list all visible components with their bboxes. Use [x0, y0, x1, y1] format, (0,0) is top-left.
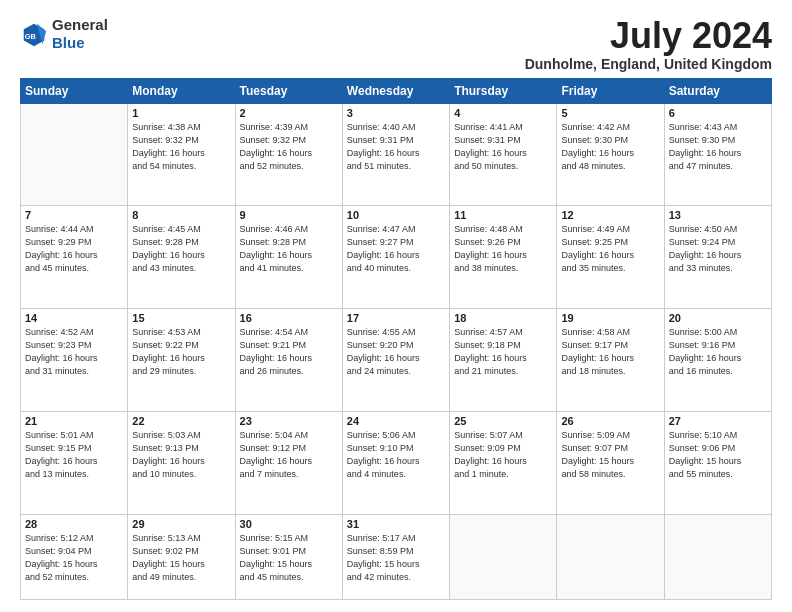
day-info: Sunrise: 5:03 AM Sunset: 9:13 PM Dayligh…: [132, 429, 230, 481]
day-info: Sunrise: 4:55 AM Sunset: 9:20 PM Dayligh…: [347, 326, 445, 378]
day-info: Sunrise: 4:43 AM Sunset: 9:30 PM Dayligh…: [669, 121, 767, 173]
day-info: Sunrise: 4:47 AM Sunset: 9:27 PM Dayligh…: [347, 223, 445, 275]
day-number: 2: [240, 107, 338, 119]
day-info: Sunrise: 5:09 AM Sunset: 9:07 PM Dayligh…: [561, 429, 659, 481]
table-row: 28Sunrise: 5:12 AM Sunset: 9:04 PM Dayli…: [21, 514, 128, 599]
table-row: 3Sunrise: 4:40 AM Sunset: 9:31 PM Daylig…: [342, 103, 449, 206]
day-number: 14: [25, 312, 123, 324]
page: GB General Blue July 2024 Dunholme, Engl…: [0, 0, 792, 612]
title-block: July 2024 Dunholme, England, United King…: [525, 16, 772, 72]
header: GB General Blue July 2024 Dunholme, Engl…: [20, 16, 772, 72]
day-number: 6: [669, 107, 767, 119]
day-number: 18: [454, 312, 552, 324]
month-title: July 2024: [525, 16, 772, 56]
day-info: Sunrise: 5:04 AM Sunset: 9:12 PM Dayligh…: [240, 429, 338, 481]
day-info: Sunrise: 4:48 AM Sunset: 9:26 PM Dayligh…: [454, 223, 552, 275]
table-row: 19Sunrise: 4:58 AM Sunset: 9:17 PM Dayli…: [557, 309, 664, 412]
day-info: Sunrise: 4:52 AM Sunset: 9:23 PM Dayligh…: [25, 326, 123, 378]
day-number: 8: [132, 209, 230, 221]
day-number: 27: [669, 415, 767, 427]
logo-icon: GB: [20, 20, 48, 48]
col-sunday: Sunday: [21, 78, 128, 103]
day-info: Sunrise: 4:45 AM Sunset: 9:28 PM Dayligh…: [132, 223, 230, 275]
col-thursday: Thursday: [450, 78, 557, 103]
day-number: 20: [669, 312, 767, 324]
day-number: 17: [347, 312, 445, 324]
table-row: 8Sunrise: 4:45 AM Sunset: 9:28 PM Daylig…: [128, 206, 235, 309]
day-info: Sunrise: 4:49 AM Sunset: 9:25 PM Dayligh…: [561, 223, 659, 275]
day-number: 3: [347, 107, 445, 119]
day-number: 12: [561, 209, 659, 221]
location: Dunholme, England, United Kingdom: [525, 56, 772, 72]
day-number: 21: [25, 415, 123, 427]
day-number: 4: [454, 107, 552, 119]
day-number: 24: [347, 415, 445, 427]
calendar-table: Sunday Monday Tuesday Wednesday Thursday…: [20, 78, 772, 600]
day-number: 30: [240, 518, 338, 530]
day-number: 11: [454, 209, 552, 221]
day-info: Sunrise: 5:17 AM Sunset: 8:59 PM Dayligh…: [347, 532, 445, 584]
day-info: Sunrise: 4:53 AM Sunset: 9:22 PM Dayligh…: [132, 326, 230, 378]
day-number: 25: [454, 415, 552, 427]
day-info: Sunrise: 4:41 AM Sunset: 9:31 PM Dayligh…: [454, 121, 552, 173]
table-row: [664, 514, 771, 599]
day-number: 9: [240, 209, 338, 221]
day-number: 16: [240, 312, 338, 324]
table-row: 12Sunrise: 4:49 AM Sunset: 9:25 PM Dayli…: [557, 206, 664, 309]
table-row: 7Sunrise: 4:44 AM Sunset: 9:29 PM Daylig…: [21, 206, 128, 309]
svg-text:GB: GB: [25, 32, 37, 41]
col-monday: Monday: [128, 78, 235, 103]
day-info: Sunrise: 4:50 AM Sunset: 9:24 PM Dayligh…: [669, 223, 767, 275]
col-tuesday: Tuesday: [235, 78, 342, 103]
day-info: Sunrise: 4:40 AM Sunset: 9:31 PM Dayligh…: [347, 121, 445, 173]
table-row: 6Sunrise: 4:43 AM Sunset: 9:30 PM Daylig…: [664, 103, 771, 206]
logo-text: General Blue: [52, 16, 108, 52]
day-info: Sunrise: 4:58 AM Sunset: 9:17 PM Dayligh…: [561, 326, 659, 378]
day-number: 5: [561, 107, 659, 119]
table-row: [450, 514, 557, 599]
day-number: 22: [132, 415, 230, 427]
table-row: 11Sunrise: 4:48 AM Sunset: 9:26 PM Dayli…: [450, 206, 557, 309]
day-info: Sunrise: 5:06 AM Sunset: 9:10 PM Dayligh…: [347, 429, 445, 481]
table-row: [557, 514, 664, 599]
day-info: Sunrise: 4:44 AM Sunset: 9:29 PM Dayligh…: [25, 223, 123, 275]
day-number: 19: [561, 312, 659, 324]
table-row: 14Sunrise: 4:52 AM Sunset: 9:23 PM Dayli…: [21, 309, 128, 412]
table-row: 9Sunrise: 4:46 AM Sunset: 9:28 PM Daylig…: [235, 206, 342, 309]
day-info: Sunrise: 4:46 AM Sunset: 9:28 PM Dayligh…: [240, 223, 338, 275]
day-number: 15: [132, 312, 230, 324]
day-number: 23: [240, 415, 338, 427]
day-number: 26: [561, 415, 659, 427]
day-info: Sunrise: 5:07 AM Sunset: 9:09 PM Dayligh…: [454, 429, 552, 481]
col-friday: Friday: [557, 78, 664, 103]
day-info: Sunrise: 4:57 AM Sunset: 9:18 PM Dayligh…: [454, 326, 552, 378]
table-row: 13Sunrise: 4:50 AM Sunset: 9:24 PM Dayli…: [664, 206, 771, 309]
table-row: 18Sunrise: 4:57 AM Sunset: 9:18 PM Dayli…: [450, 309, 557, 412]
table-row: 4Sunrise: 4:41 AM Sunset: 9:31 PM Daylig…: [450, 103, 557, 206]
day-info: Sunrise: 5:13 AM Sunset: 9:02 PM Dayligh…: [132, 532, 230, 584]
table-row: 17Sunrise: 4:55 AM Sunset: 9:20 PM Dayli…: [342, 309, 449, 412]
day-number: 31: [347, 518, 445, 530]
logo-general: General: [52, 16, 108, 33]
day-info: Sunrise: 5:12 AM Sunset: 9:04 PM Dayligh…: [25, 532, 123, 584]
table-row: 25Sunrise: 5:07 AM Sunset: 9:09 PM Dayli…: [450, 411, 557, 514]
calendar-header-row: Sunday Monday Tuesday Wednesday Thursday…: [21, 78, 772, 103]
table-row: 16Sunrise: 4:54 AM Sunset: 9:21 PM Dayli…: [235, 309, 342, 412]
col-saturday: Saturday: [664, 78, 771, 103]
day-info: Sunrise: 4:38 AM Sunset: 9:32 PM Dayligh…: [132, 121, 230, 173]
day-info: Sunrise: 4:54 AM Sunset: 9:21 PM Dayligh…: [240, 326, 338, 378]
logo: GB General Blue: [20, 16, 108, 52]
table-row: 24Sunrise: 5:06 AM Sunset: 9:10 PM Dayli…: [342, 411, 449, 514]
table-row: 2Sunrise: 4:39 AM Sunset: 9:32 PM Daylig…: [235, 103, 342, 206]
table-row: 20Sunrise: 5:00 AM Sunset: 9:16 PM Dayli…: [664, 309, 771, 412]
day-number: 28: [25, 518, 123, 530]
day-info: Sunrise: 5:01 AM Sunset: 9:15 PM Dayligh…: [25, 429, 123, 481]
table-row: 10Sunrise: 4:47 AM Sunset: 9:27 PM Dayli…: [342, 206, 449, 309]
table-row: 23Sunrise: 5:04 AM Sunset: 9:12 PM Dayli…: [235, 411, 342, 514]
table-row: 29Sunrise: 5:13 AM Sunset: 9:02 PM Dayli…: [128, 514, 235, 599]
table-row: 21Sunrise: 5:01 AM Sunset: 9:15 PM Dayli…: [21, 411, 128, 514]
table-row: [21, 103, 128, 206]
table-row: 31Sunrise: 5:17 AM Sunset: 8:59 PM Dayli…: [342, 514, 449, 599]
day-info: Sunrise: 4:39 AM Sunset: 9:32 PM Dayligh…: [240, 121, 338, 173]
day-number: 10: [347, 209, 445, 221]
